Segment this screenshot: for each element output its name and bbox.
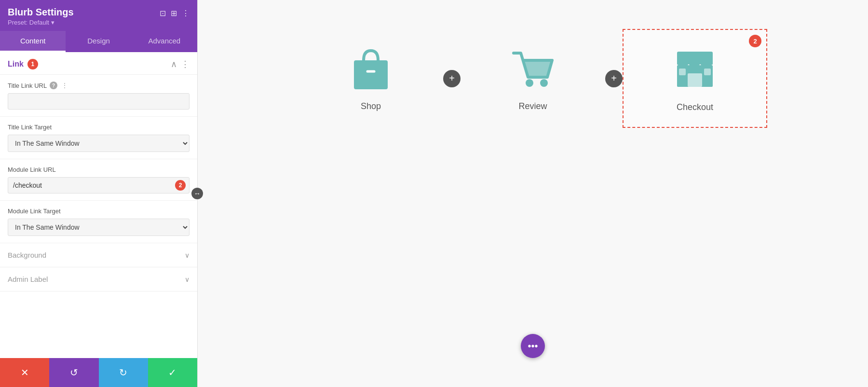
main-canvas: Shop + Review + 2 [198, 0, 868, 387]
title-link-target-group: Title Link Target In The Same Window In … [0, 117, 197, 159]
svg-rect-6 [688, 73, 702, 87]
module-link-target-select[interactable]: In The Same Window In A New Tab [8, 219, 190, 236]
admin-label-section-title: Admin Label [8, 275, 48, 283]
scroll-handle[interactable]: ↔ [191, 188, 203, 199]
blurb-checkout[interactable]: 2 Checkout [623, 29, 767, 128]
cancel-button[interactable]: ✕ [0, 358, 49, 387]
sidebar-header: Blurb Settings Preset: Default ▾ ⊡ ⊞ ⋮ [0, 0, 197, 31]
blurb-shop[interactable]: Shop [298, 29, 443, 126]
shop-icon-wrap [349, 43, 393, 92]
title-link-target-select[interactable]: In The Same Window In A New Tab [8, 135, 190, 152]
sidebar-body: Link 1 ∧ ⋮ Title Link URL ? ⋮ Title Link… [0, 52, 197, 387]
columns-icon[interactable]: ⊞ [171, 9, 177, 18]
svg-rect-0 [354, 60, 388, 89]
save-button[interactable]: ✓ [148, 358, 197, 387]
redo-button[interactable]: ↻ [99, 358, 148, 387]
svg-point-3 [540, 79, 548, 87]
more-options-icon[interactable]: ⋮ [182, 9, 190, 18]
checkout-label: Checkout [677, 102, 713, 112]
title-link-url-help-icon[interactable]: ? [50, 82, 57, 89]
shop-icon [349, 43, 393, 92]
module-link-url-badge: 2 [175, 180, 186, 191]
svg-rect-4 [677, 52, 713, 65]
sidebar-header-icons: ⊡ ⊞ ⋮ [160, 9, 190, 18]
shop-label: Shop [361, 101, 381, 111]
background-section-title: Background [8, 251, 46, 259]
title-link-url-input[interactable] [8, 93, 190, 110]
review-icon-wrap [511, 43, 555, 92]
tabs-row: Content Design Advanced [0, 31, 197, 52]
fab-dots-button[interactable]: ••• [521, 334, 545, 358]
admin-label-section-header[interactable]: Admin Label ∨ [0, 267, 197, 291]
section-more-icon[interactable]: ⋮ [181, 59, 190, 69]
svg-rect-8 [704, 69, 711, 75]
background-section-header[interactable]: Background ∨ [0, 243, 197, 267]
link-badge: 1 [27, 59, 38, 69]
plus-button-2[interactable]: + [605, 70, 623, 87]
sidebar-preset[interactable]: Preset: Default ▾ [8, 19, 74, 26]
tab-content[interactable]: Content [0, 31, 66, 52]
admin-label-section: Admin Label ∨ [0, 267, 197, 291]
sidebar-title: Blurb Settings [8, 7, 74, 18]
title-link-url-more-icon[interactable]: ⋮ [61, 82, 68, 89]
svg-rect-7 [679, 69, 686, 75]
sidebar-title-block: Blurb Settings Preset: Default ▾ [8, 7, 74, 26]
background-chevron-icon: ∨ [185, 251, 190, 259]
tab-advanced[interactable]: Advanced [132, 31, 197, 52]
tab-design[interactable]: Design [66, 31, 131, 52]
title-link-url-group: Title Link URL ? ⋮ [0, 75, 197, 117]
title-link-target-label: Title Link Target [8, 124, 190, 131]
module-link-target-group: Module Link Target In The Same Window In… [0, 201, 197, 243]
undo-button[interactable]: ↺ [49, 358, 98, 387]
module-link-url-group: Module Link URL 2 [0, 159, 197, 201]
checkout-badge: 2 [749, 35, 761, 47]
module-link-target-label: Module Link Target [8, 207, 190, 215]
resize-icon[interactable]: ⊡ [160, 9, 166, 18]
module-link-url-input-wrap: 2 [8, 177, 190, 194]
settings-sidebar: Blurb Settings Preset: Default ▾ ⊡ ⊞ ⋮ C… [0, 0, 198, 387]
module-link-url-label: Module Link URL [8, 166, 190, 173]
link-label: Link [8, 60, 24, 69]
bottom-bar: ✕ ↺ ↻ ✓ [0, 358, 197, 387]
review-label: Review [518, 101, 547, 111]
link-section-header: Link 1 ∧ ⋮ [0, 52, 197, 75]
collapse-icon[interactable]: ∧ [171, 59, 177, 69]
link-section-icons: ∧ ⋮ [171, 59, 190, 69]
module-link-url-input[interactable] [8, 177, 190, 194]
review-icon [511, 43, 555, 92]
admin-label-chevron-icon: ∨ [185, 276, 190, 283]
checkout-icon-wrap [673, 44, 717, 93]
svg-point-2 [526, 79, 533, 87]
title-link-url-label: Title Link URL ? ⋮ [8, 82, 190, 89]
blurb-review[interactable]: Review [461, 29, 605, 126]
checkout-icon [673, 44, 717, 93]
blurb-row: Shop + Review + 2 [198, 29, 868, 128]
link-section-title: Link 1 [8, 59, 38, 69]
plus-button-1[interactable]: + [443, 70, 461, 87]
background-section: Background ∨ [0, 243, 197, 267]
